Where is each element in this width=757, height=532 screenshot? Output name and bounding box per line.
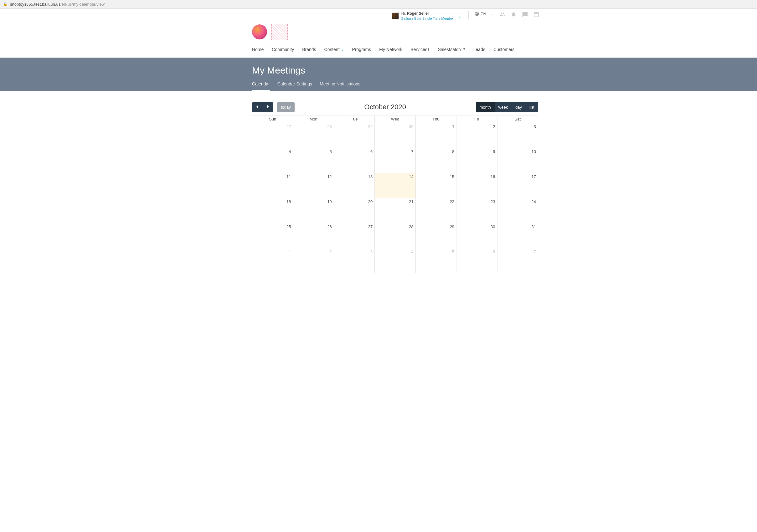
calendar-cell[interactable]: 31 [497,223,538,248]
calendar-cell[interactable]: 10 [497,148,538,173]
next-button[interactable] [263,102,273,112]
nav-content[interactable]: Content ⌄ [324,47,344,52]
calendar-cell[interactable]: 29 [415,223,456,248]
calendar-cell[interactable]: 5 [415,248,456,273]
user-name: Roger Seller [407,11,429,15]
calendar-cell[interactable]: 18 [252,198,293,223]
day-header: Tue [334,115,375,123]
calendar-grid: SunMonTueWedThuFriSat 272829301234567891… [252,115,538,273]
calendar-cell[interactable]: 14 [375,173,415,198]
membership-link[interactable]: Balluun-Gold-Single Tiers Member [401,16,454,21]
calendar-cell[interactable]: 29 [334,123,375,148]
top-utility-bar: Hi, Roger Seller Balluun-Gold-Single Tie… [183,9,574,21]
calendar-title: October 2020 [364,103,406,111]
subtab-calendar-settings[interactable]: Calendar Settings [277,81,312,91]
calendar-cell[interactable]: 23 [456,198,497,223]
nav-salesmatch-[interactable]: SalesMatch™ [438,47,465,52]
nav-brands[interactable]: Brands [302,47,316,52]
nav-customers[interactable]: Customers [493,47,515,52]
calendar-cell[interactable]: 27 [334,223,375,248]
url-path: /en-us/my-calendar/view [60,2,105,7]
chat-icon[interactable] [522,11,528,17]
subtab-meeting-notifications[interactable]: Meeting Notifications [319,81,360,91]
chevron-down-icon[interactable]: ⌄ [456,14,463,18]
calendar-cell[interactable]: 26 [293,223,334,248]
day-header: Sat [497,115,538,123]
nav-home[interactable]: Home [252,47,264,52]
people-icon[interactable] [500,11,506,17]
greeting: Hi, [401,11,407,15]
calendar-cell[interactable]: 28 [375,223,415,248]
calendar-cell[interactable]: 1 [252,248,293,273]
language-label: EN [481,12,486,16]
view-week[interactable]: week [495,102,512,112]
calendar-cell[interactable]: 25 [252,223,293,248]
browser-url-bar: 🔒 shoptoys365.test.balluun.us/en-us/my-c… [0,0,757,9]
nav-button-group [252,102,273,112]
calendar-cell[interactable]: 6 [456,248,497,273]
logo-row [183,21,574,42]
calendar-toolbar: today October 2020 monthweekdaylist [252,102,538,112]
calendar-cell[interactable]: 30 [456,223,497,248]
day-header: Sun [252,115,293,123]
calendar-cell[interactable]: 7 [375,148,415,173]
main-nav: HomeCommunityBrandsContent ⌄ProgramsMy N… [183,42,574,58]
view-month[interactable]: month [476,102,495,112]
calendar-cell[interactable]: 16 [456,173,497,198]
nav-my-network[interactable]: My Network [379,47,402,52]
calendar-cell[interactable]: 12 [293,173,334,198]
calendar-cell[interactable]: 5 [293,148,334,173]
calendar-cell[interactable]: 3 [334,248,375,273]
brand-logo[interactable] [252,24,267,40]
bell-icon[interactable] [511,11,517,17]
user-menu[interactable]: Hi, Roger Seller Balluun-Gold-Single Tie… [392,11,463,21]
avatar [392,13,399,19]
calendar-cell[interactable]: 9 [456,148,497,173]
calendar-cell[interactable]: 2 [456,123,497,148]
calendar-cell[interactable]: 21 [375,198,415,223]
calendar-cell[interactable]: 24 [497,198,538,223]
calendar-cell[interactable]: 17 [497,173,538,198]
chevron-down-icon: ⌄ [487,11,494,16]
chevron-left-icon [256,105,259,108]
day-header: Thu [415,115,456,123]
calendar-cell[interactable]: 1 [415,123,456,148]
calendar-cell[interactable]: 30 [375,123,415,148]
globe-icon [474,11,479,16]
calendar-cell[interactable]: 8 [415,148,456,173]
day-header: Fri [456,115,497,123]
calendar-cell[interactable]: 4 [375,248,415,273]
language-selector[interactable]: EN ⌄ [474,11,494,16]
prev-button[interactable] [252,102,263,112]
calendar-cell[interactable]: 28 [293,123,334,148]
page-title: My Meetings [252,65,574,76]
calendar-cell[interactable]: 11 [252,173,293,198]
calendar-cell[interactable]: 7 [497,248,538,273]
sub-tabs: CalendarCalendar SettingsMeeting Notific… [252,81,574,91]
calendar-cell[interactable]: 27 [252,123,293,148]
view-day[interactable]: day [512,102,526,112]
subtab-calendar[interactable]: Calendar [252,81,270,91]
calendar-cell[interactable]: 19 [293,198,334,223]
calendar-icon[interactable] [533,11,539,17]
day-header: Wed [375,115,415,123]
calendar-cell[interactable]: 6 [334,148,375,173]
calendar-cell[interactable]: 13 [334,173,375,198]
calendar-cell[interactable]: 4 [252,148,293,173]
calendar-cell[interactable]: 20 [334,198,375,223]
secondary-logo[interactable] [271,24,288,40]
chevron-right-icon [266,105,270,108]
chevron-down-icon: ⌄ [341,47,344,52]
today-button[interactable]: today [277,102,295,112]
nav-community[interactable]: Community [272,47,294,52]
calendar-cell[interactable]: 3 [497,123,538,148]
calendar-cell[interactable]: 22 [415,198,456,223]
day-header: Mon [293,115,334,123]
calendar-cell[interactable]: 15 [415,173,456,198]
nav-services1[interactable]: Services1 [410,47,430,52]
view-list[interactable]: list [526,102,538,112]
nav-leads[interactable]: Leads [473,47,485,52]
nav-programs[interactable]: Programs [352,47,371,52]
calendar-cell[interactable]: 2 [293,248,334,273]
page-hero: My Meetings CalendarCalendar SettingsMee… [0,58,757,91]
